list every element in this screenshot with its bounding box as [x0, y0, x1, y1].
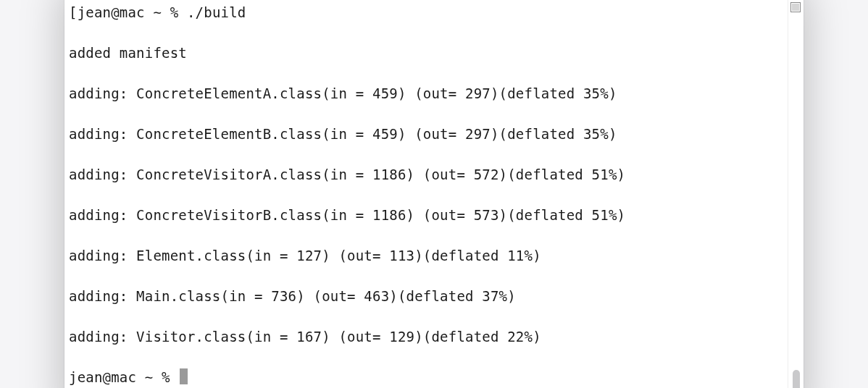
prompt-userhost: jean@mac	[78, 4, 145, 20]
scrollbar-thumb[interactable]	[793, 370, 800, 388]
prompt-userhost: jean@mac	[69, 369, 136, 385]
prompt-line: [jean@mac ~ % ./build	[69, 2, 783, 22]
prompt-line: jean@mac ~ %	[69, 367, 783, 387]
alt-screen-indicator-icon[interactable]	[790, 2, 801, 12]
lbracket: [	[69, 4, 78, 20]
output-line: adding: ConcreteElementA.class(in = 459)…	[69, 83, 783, 104]
output-line: adding: ConcreteVisitorA.class(in = 1186…	[69, 164, 783, 185]
terminal-window: Java — -zsh — 70×11 [jean@mac ~ % ./buil…	[64, 0, 804, 388]
terminal-pane: [jean@mac ~ % ./build added manifest add…	[64, 0, 804, 388]
output-line: added manifest	[69, 43, 783, 63]
output-line: adding: Visitor.class(in = 167) (out= 12…	[69, 326, 783, 347]
output-line: adding: Main.class(in = 736) (out= 463)(…	[69, 286, 783, 306]
terminal-output[interactable]: [jean@mac ~ % ./build added manifest add…	[64, 0, 788, 388]
prompt-path: ~ %	[145, 4, 187, 20]
output-line: adding: ConcreteVisitorB.class(in = 1186…	[69, 205, 783, 225]
scrollbar-gutter	[788, 0, 804, 388]
prompt-command: ./build	[187, 4, 246, 20]
prompt-path: ~ %	[136, 369, 178, 385]
output-line: adding: Element.class(in = 127) (out= 11…	[69, 245, 783, 266]
output-line: adding: ConcreteElementB.class(in = 459)…	[69, 124, 783, 144]
cursor-icon	[180, 368, 188, 384]
